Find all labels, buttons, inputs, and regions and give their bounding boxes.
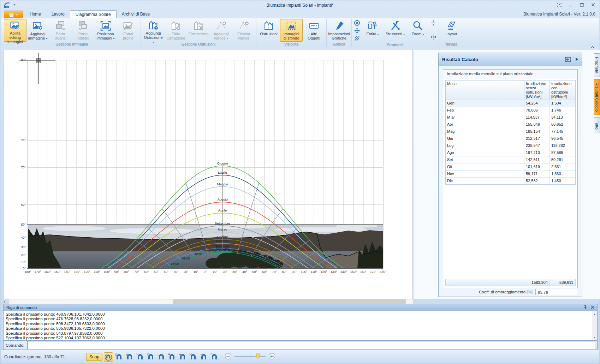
drawing-canvas[interactable]: GiugnoLuglioMaggioAgostoAprileSettembreM… — [3, 50, 413, 299]
snap-toggle-icon[interactable] — [104, 352, 113, 362]
snap-node-icon[interactable] — [178, 352, 187, 362]
svg-text:-130°: -130° — [73, 270, 81, 274]
scroll-left-arrow-icon[interactable]: ‹ — [3, 300, 9, 304]
svg-text:Agosto: Agosto — [217, 197, 228, 201]
flip-icon[interactable] — [430, 34, 436, 42]
button-label: EditaOstruzione — [166, 32, 185, 40]
table-row[interactable]: Dic52,5321,450 — [446, 177, 575, 184]
table-cell: 197,210 — [524, 149, 550, 156]
immagini-di-sfondo-button[interactable]: Immaginidi sfondo — [280, 19, 303, 42]
maximize-button[interactable] — [578, 2, 585, 7]
zoom-slider[interactable] — [234, 353, 266, 361]
snap-center-icon[interactable] — [199, 352, 208, 362]
altri-oggetti-button[interactable]: AltriOggetti — [303, 19, 325, 42]
snap-insertion-icon[interactable] — [167, 352, 177, 362]
snap-quadrant-icon[interactable] — [146, 352, 155, 362]
results-panel-title: Risultati Calcolo — [442, 57, 478, 62]
total-value-2: 539,611 — [549, 279, 575, 286]
move-cross-icon[interactable] — [354, 28, 360, 35]
snap-perpendicular-icon[interactable] — [157, 352, 166, 362]
zoom-button[interactable]: Zoom ▾ — [406, 19, 429, 42]
dock-left-icon[interactable] — [565, 57, 571, 62]
svg-text:30°: 30° — [21, 245, 26, 249]
side-tab-risultati-calcolo[interactable]: Risultati Calcolo — [594, 79, 600, 115]
command-panel-title: Riga di comando — [6, 305, 37, 310]
entit-button[interactable]: Entità ▾ — [361, 19, 384, 42]
close-button[interactable] — [590, 2, 596, 7]
table-row[interactable]: Feb70,0061,746 — [446, 107, 575, 114]
zoom-out-icon[interactable] — [225, 353, 232, 361]
snap-nearest-icon[interactable] — [136, 352, 145, 362]
table-row[interactable]: Ago197,21087,589 — [446, 149, 575, 156]
pin-icon[interactable] — [583, 305, 587, 310]
snap-midpoint-icon[interactable] — [125, 352, 134, 362]
layout-button[interactable]: Layout — [440, 19, 463, 42]
tab-archivi-di-base[interactable]: Archivi di Base — [117, 10, 155, 18]
close-icon[interactable] — [591, 305, 594, 310]
svg-text:40°: 40° — [21, 236, 26, 239]
application-menu-button[interactable]: ▾ — [4, 11, 23, 19]
impostazioni-grafiche-button[interactable]: ImpostazioniGrafiche — [328, 19, 350, 42]
snap-intersection-icon[interactable] — [189, 352, 198, 362]
scroll-down-icon[interactable]: ▼ — [594, 335, 596, 340]
table-row[interactable]: M ar114,53734,113 — [446, 114, 575, 121]
table-cell: 1,504 — [550, 100, 575, 107]
scrollbar-thumb[interactable] — [173, 299, 406, 304]
table-cell: 212,517 — [524, 135, 550, 142]
aggiungi-immagine-button[interactable]: Aggiungiimmagine ▾ — [26, 19, 49, 42]
tab-lavoro[interactable]: Lavoro — [46, 10, 70, 18]
svg-text:-20°: -20° — [183, 270, 189, 274]
command-input[interactable] — [27, 341, 595, 349]
table-row[interactable]: Apr155,84666,652 — [446, 121, 575, 128]
divide-icon[interactable] — [430, 20, 436, 28]
side-tab-propriet[interactable]: Proprietà — [594, 53, 600, 77]
table-row[interactable]: Set142,51150,291 — [446, 156, 575, 163]
table-row[interactable]: Gen54,2541,504 — [446, 100, 575, 107]
table-cell: Giu — [446, 135, 524, 142]
table-row[interactable]: Giu212,51796,545 — [446, 135, 575, 142]
command-log[interactable]: Specifica il prossimo punto: 460.9706,10… — [3, 311, 598, 341]
table-row[interactable]: Mag185,15477,145 — [446, 128, 575, 135]
svg-text:60°: 60° — [21, 203, 26, 207]
snap-tangent-icon[interactable] — [210, 352, 219, 362]
tab-home[interactable]: Home — [24, 10, 46, 18]
sun-path-chart[interactable]: GiugnoLuglioMaggioAgostoAprileSettembreM… — [4, 50, 412, 299]
ostruzioni-button[interactable]: Ostruzioni — [257, 19, 280, 42]
aggiungi-ostruzione-button[interactable]: AggiungiOstruzione ▾ — [142, 19, 165, 42]
groupbox-caption: Irradiazione media mensile sul piano ori… — [443, 70, 577, 78]
snap-endpoint-icon[interactable] — [114, 352, 124, 362]
group-label: Strumenti — [353, 42, 438, 47]
scrollbar-track[interactable] — [9, 299, 413, 304]
strumenti-button[interactable]: Strumenti ▾ — [384, 19, 406, 42]
table-row[interactable]: Nov59,1711,663 — [446, 170, 575, 177]
button-label: Posizionaimmagini ▾ — [96, 32, 114, 41]
expand-arrow-icon[interactable] — [575, 57, 578, 61]
fullscreen-button[interactable] — [556, 2, 562, 7]
snap-button[interactable]: Snap — [86, 353, 102, 361]
side-tab-tetto[interactable]: Tetto — [594, 117, 600, 133]
circle-x-icon[interactable] — [354, 20, 360, 28]
tab-diagramma-solare[interactable]: Diagramma Solare — [70, 10, 117, 18]
hatch-icon[interactable] — [354, 35, 360, 43]
button-label: Ostruzioni — [260, 32, 278, 36]
abilita-editing-immagini-button[interactable]: Abilita editingimmagini — [4, 19, 26, 42]
command-log-scrollbar[interactable]: ▲ ▼ — [592, 311, 597, 340]
posiziona-immagini-button[interactable]: Posizionaimmagini ▾ — [94, 19, 117, 42]
table-row[interactable]: Lug238,547118,282 — [446, 142, 575, 149]
table-row[interactable]: Ott101,6192,631 — [446, 163, 575, 170]
group-label: Visibilità — [257, 42, 325, 47]
ribbon-group-strumenti: Entità ▾Strumenti ▾Zoom ▾Strumenti — [352, 19, 439, 47]
svg-text:-10°: -10° — [192, 270, 198, 274]
scroll-up-icon[interactable]: ▲ — [594, 312, 596, 316]
svg-text:Febbraio: Febbraio — [216, 239, 229, 243]
svg-text:70°: 70° — [21, 166, 26, 169]
minimize-button[interactable] — [567, 2, 574, 7]
svg-text:-70°: -70° — [133, 270, 139, 274]
zoom-in-icon[interactable] — [268, 353, 275, 361]
table-cell: M ar — [446, 114, 524, 121]
command-log-line: Specifica il prossimo punto: 460.9706,10… — [6, 312, 595, 317]
command-input-row: Comando: — [3, 341, 598, 350]
horizontal-scrollbar[interactable]: ‹ — [3, 299, 413, 304]
table-cell: 34,113 — [550, 114, 575, 121]
command-log-line: Specifica il prossimo punto: 535.9836,10… — [6, 326, 595, 331]
